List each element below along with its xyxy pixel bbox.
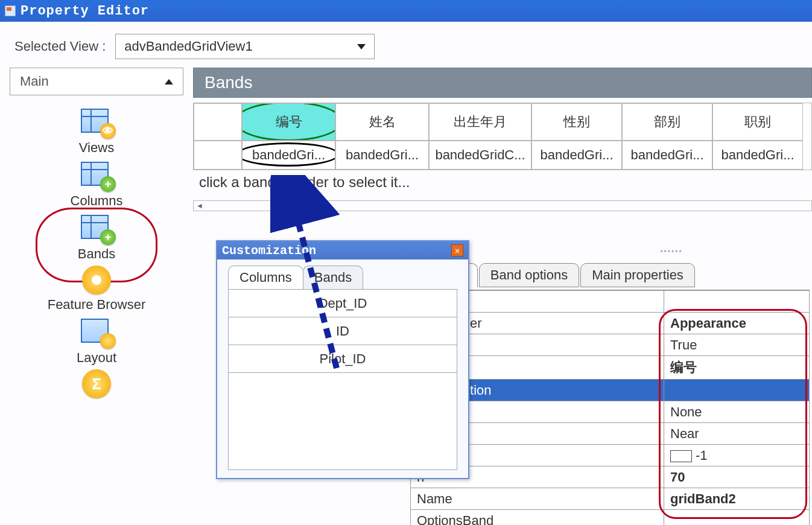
property-value[interactable]: Appearance	[664, 313, 810, 334]
drag-column[interactable]: ID	[229, 317, 457, 345]
tab-band-options[interactable]: Band options	[479, 263, 579, 287]
sidebar-item-columns[interactable]: + Columns	[71, 159, 123, 209]
gear-icon	[82, 266, 111, 294]
tab-label: Main properties	[592, 267, 684, 282]
sidebar-item-summary[interactable]: Σ	[82, 369, 111, 398]
sidebar-item-label: Feature Browser	[48, 297, 146, 313]
property-row[interactable]: nceHeaderAppearance	[411, 313, 810, 334]
property-value[interactable]	[664, 291, 810, 313]
property-row[interactable]: dex-1	[411, 445, 810, 466]
sidebar-section-header[interactable]: Main	[10, 68, 183, 95]
sidebar-nav-list: 👁 Views + Columns + Bands Feature Browse…	[10, 95, 183, 398]
sigma-icon: Σ	[82, 369, 111, 398]
tab-label: Columns	[239, 270, 292, 285]
close-icon[interactable]: ✕	[451, 244, 463, 256]
band-header-label: 职别	[744, 113, 771, 131]
columns-icon: +	[78, 159, 115, 191]
window-title: Property Editor	[21, 4, 149, 19]
property-row[interactable]: ownTrue	[411, 334, 810, 356]
band-column-label: bandedGri...	[721, 147, 794, 163]
band-column-cell[interactable]: bandedGri...	[712, 141, 803, 170]
bands-grid: 编号 姓名 出生年月 性别 部别 职别 bandedGri... bandedG…	[193, 103, 812, 170]
property-grid: nceHeaderAppearanceownTrue编号ationCaption…	[410, 290, 810, 525]
band-header-cell[interactable]: 职别	[712, 103, 803, 141]
band-header-cell[interactable]: 部别	[622, 103, 712, 141]
band-column-cell[interactable]: bandedGri...	[531, 141, 622, 170]
color-swatch	[670, 450, 692, 462]
band-header-row: 编号 姓名 出生年月 性别 部别 职别	[194, 103, 811, 141]
band-column-label: bandedGri...	[540, 147, 613, 163]
sidebar-item-label: Views	[79, 140, 114, 156]
property-value[interactable]: gridBand2	[664, 488, 810, 510]
selected-view-combo[interactable]: advBandedGridView1	[115, 34, 375, 59]
property-name: OptionsBand	[411, 510, 664, 526]
band-column-label: bandedGridC...	[435, 147, 525, 163]
sidebar-item-label: Bands	[78, 246, 115, 262]
band-column-cell[interactable]: bandedGridC...	[429, 141, 531, 170]
band-column-cell[interactable]: bandedGri...	[622, 141, 712, 170]
bands-hint: click a band in order to select it...	[193, 170, 812, 194]
band-header-label: 出生年月	[454, 113, 507, 131]
dialog-tab-body: Dept_ID ID Pilot_ID	[228, 289, 457, 470]
drag-column-label: ID	[336, 323, 349, 339]
band-column-label: bandedGri...	[346, 147, 419, 163]
band-header-cell[interactable]: 姓名	[335, 103, 429, 141]
sidebar-item-bands[interactable]: + Bands	[78, 212, 115, 262]
bands-panel-title: Bands	[193, 68, 812, 98]
property-row[interactable]	[411, 291, 810, 313]
band-header-label: 性别	[563, 113, 590, 131]
band-header-cell[interactable]: 出生年月	[429, 103, 531, 141]
tab-columns[interactable]: Columns	[228, 266, 303, 289]
property-value[interactable]: 70	[664, 466, 810, 488]
band-header-label: 姓名	[369, 113, 396, 131]
sidebar-item-label: Columns	[71, 193, 123, 209]
dialog-title: Customization	[222, 244, 316, 258]
band-header-cell[interactable]: 性别	[531, 103, 622, 141]
property-value[interactable]	[664, 380, 810, 401]
chevron-up-icon	[165, 79, 173, 84]
sidebar-section-label: Main	[20, 74, 49, 89]
property-row[interactable]: 编号	[411, 356, 810, 380]
property-name: Name	[411, 488, 664, 510]
drag-column[interactable]: Pilot_ID	[229, 345, 457, 373]
property-value[interactable]: -1	[664, 445, 810, 466]
band-column-label: bandedGri...	[252, 147, 325, 163]
band-column-spacer	[194, 141, 242, 170]
property-value[interactable]	[664, 510, 810, 526]
property-row[interactable]: n70	[411, 466, 810, 488]
property-value[interactable]: 编号	[664, 356, 810, 380]
views-icon: 👁	[78, 106, 115, 138]
sidebar-item-views[interactable]: 👁 Views	[78, 106, 115, 156]
sidebar-item-feature-browser[interactable]: Feature Browser	[48, 266, 146, 313]
property-row[interactable]: NamegridBand2	[411, 488, 810, 510]
app-icon	[5, 5, 16, 16]
splitter-gripper[interactable]: ••••••	[543, 247, 800, 256]
property-row[interactable]: ationCaption	[411, 380, 810, 401]
property-value[interactable]: None	[664, 401, 810, 423]
tab-main-properties[interactable]: Main properties	[580, 263, 695, 287]
band-column-cell[interactable]: bandedGri...	[242, 141, 335, 170]
window-titlebar: Property Editor	[0, 0, 812, 22]
bands-icon: +	[78, 212, 115, 244]
selected-view-label: Selected View :	[14, 39, 106, 54]
dialog-tabs: Columns Bands	[217, 259, 468, 289]
property-value[interactable]: True	[664, 334, 810, 356]
property-value[interactable]: Near	[664, 423, 810, 445]
property-row[interactable]: OptionsBand	[411, 510, 810, 526]
drag-column[interactable]: Dept_ID	[229, 290, 457, 317]
tab-label: Band options	[490, 267, 568, 282]
sidebar: Main 👁 Views + Columns + Bands Feature B…	[0, 68, 193, 525]
property-tabs: erties Band options Main properties	[422, 263, 810, 287]
horizontal-scroller[interactable]: ◄	[193, 200, 812, 211]
band-column-label: bandedGri...	[630, 147, 703, 163]
band-column-row: bandedGri... bandedGri... bandedGridC...…	[194, 141, 811, 170]
property-row[interactable]: None	[411, 401, 810, 423]
property-row[interactable]: gnmentNear	[411, 423, 810, 445]
sidebar-item-layout[interactable]: Layout	[77, 316, 116, 366]
band-header-cell[interactable]: 编号	[242, 103, 335, 141]
tab-bands[interactable]: Bands	[303, 266, 363, 289]
dialog-titlebar[interactable]: Customization ✕	[217, 241, 468, 259]
sidebar-item-label: Layout	[77, 350, 116, 366]
band-column-cell[interactable]: bandedGri...	[335, 141, 429, 170]
layout-icon	[78, 316, 115, 348]
